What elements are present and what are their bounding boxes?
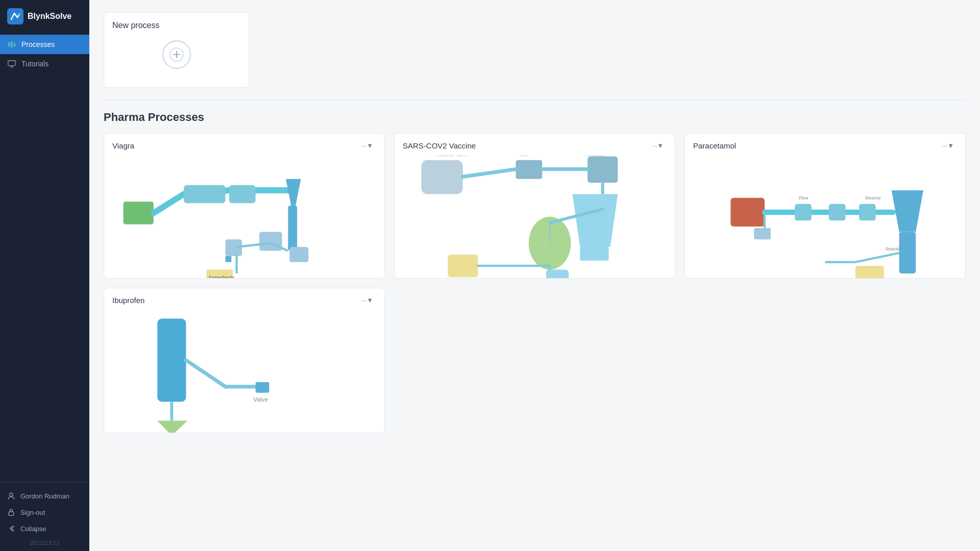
user-icon xyxy=(7,492,15,500)
svg-rect-46 xyxy=(730,198,765,227)
svg-marker-71 xyxy=(157,420,187,433)
card-name-paracetamol: Paracetamol xyxy=(693,141,736,150)
new-process-card: New process xyxy=(104,12,249,88)
svg-rect-51 xyxy=(795,204,812,221)
sidebar-item-processes[interactable]: Processes xyxy=(0,35,89,54)
svg-marker-56 xyxy=(892,190,923,232)
version-label: 2022219.13 xyxy=(7,537,82,546)
card-header-sars: SARS-COV2 Vaccine ···▼ xyxy=(395,134,675,156)
card-name-ibuprofen: Ibuprofen xyxy=(112,296,144,305)
card-header-paracetamol: Paracetamol ···▼ xyxy=(685,134,965,156)
svg-rect-52 xyxy=(829,204,846,221)
user-profile[interactable]: Gordon Rudman xyxy=(7,488,82,504)
svg-text:Ingredients: Ingredients xyxy=(209,275,235,278)
collapse-icon xyxy=(7,524,15,533)
diagram-viagra: Ingredients xyxy=(108,156,380,278)
svg-rect-5 xyxy=(8,61,15,66)
svg-rect-15 xyxy=(229,185,256,204)
plus-icon xyxy=(169,47,184,62)
card-header-viagra: Viagra ···▼ xyxy=(104,134,384,156)
sidebar-bottom: Gordon Rudman Sign-out Collapse 2022219.… xyxy=(0,482,89,551)
svg-rect-14 xyxy=(184,185,225,204)
card-preview-sars: Media Tank Filter Reactor xyxy=(395,156,675,278)
svg-rect-0 xyxy=(7,8,23,24)
svg-text:Reactor: Reactor xyxy=(886,247,901,252)
sidebar-item-tutorials[interactable]: Tutorials xyxy=(0,54,89,73)
svg-point-1 xyxy=(18,13,21,16)
user-name: Gordon Rudman xyxy=(20,492,69,500)
card-preview-viagra: Ingredients xyxy=(104,156,384,278)
svg-rect-36 xyxy=(580,247,608,261)
svg-rect-40 xyxy=(448,255,478,277)
sign-out-button[interactable]: Sign-out xyxy=(7,504,82,520)
add-process-button[interactable] xyxy=(162,40,191,69)
process-grid-bottom: Ibuprofen ···▼ Valve xyxy=(104,288,966,433)
diagram-paracetamol: Flow Reactor Reactor Drug Product xyxy=(689,156,961,278)
svg-rect-19 xyxy=(289,247,308,262)
svg-rect-68 xyxy=(256,382,270,393)
svg-text:Valve: Valve xyxy=(253,396,268,403)
collapse-label: Collapse xyxy=(20,525,46,533)
logo-icon xyxy=(7,8,23,24)
more-menu-viagra[interactable]: ···▼ xyxy=(358,141,376,151)
diagram-sars: Media Tank Filter Reactor xyxy=(399,156,671,278)
sign-out-label: Sign-out xyxy=(20,509,45,516)
svg-text:Flow: Flow xyxy=(799,195,808,201)
svg-marker-35 xyxy=(573,194,618,247)
main-content: New process Pharma Processes Viagra ···▼ xyxy=(89,0,980,551)
collapse-button[interactable]: Collapse xyxy=(7,520,82,537)
svg-rect-61 xyxy=(855,266,884,278)
card-name-viagra: Viagra xyxy=(112,141,134,150)
tutorials-icon xyxy=(7,59,16,68)
svg-rect-64 xyxy=(754,228,771,239)
svg-rect-9 xyxy=(124,202,154,224)
card-header-ibuprofen: Ibuprofen ···▼ xyxy=(104,288,384,310)
lock-icon xyxy=(7,508,15,516)
svg-rect-18 xyxy=(259,232,282,251)
svg-point-37 xyxy=(529,217,571,270)
svg-rect-3 xyxy=(11,41,13,48)
sidebar-nav: Processes Tutorials xyxy=(0,35,89,482)
svg-rect-4 xyxy=(14,43,16,46)
svg-rect-57 xyxy=(899,232,916,273)
svg-rect-7 xyxy=(9,512,14,515)
svg-point-6 xyxy=(10,493,13,496)
svg-text:Media Tank: Media Tank xyxy=(436,156,467,158)
diagram-ibuprofen: Valve xyxy=(108,310,380,433)
card-name-sars: SARS-COV2 Vaccine xyxy=(403,141,476,150)
more-menu-paracetamol[interactable]: ···▼ xyxy=(939,141,957,151)
tutorials-label: Tutorials xyxy=(21,60,48,68)
pharma-section-title: Pharma Processes xyxy=(104,111,966,124)
svg-text:Reactor: Reactor xyxy=(865,195,881,201)
logo: BlynkSolve xyxy=(0,0,89,33)
svg-line-59 xyxy=(855,253,899,262)
svg-rect-2 xyxy=(8,42,10,47)
more-menu-sars[interactable]: ···▼ xyxy=(648,141,667,151)
process-card-viagra[interactable]: Viagra ···▼ xyxy=(104,133,385,279)
process-grid-top: Viagra ···▼ xyxy=(104,133,966,279)
svg-line-66 xyxy=(186,360,225,387)
svg-rect-42 xyxy=(546,270,569,278)
svg-rect-17 xyxy=(288,206,297,251)
svg-line-10 xyxy=(154,194,184,213)
section-divider xyxy=(104,100,966,101)
svg-rect-53 xyxy=(859,204,876,221)
svg-rect-30 xyxy=(421,160,462,194)
app-name: BlynkSolve xyxy=(28,12,71,21)
svg-rect-26 xyxy=(225,256,231,262)
process-card-paracetamol[interactable]: Paracetamol ···▼ Flow xyxy=(684,133,966,279)
svg-text:Filter: Filter xyxy=(516,156,529,158)
svg-rect-65 xyxy=(157,318,186,402)
card-preview-paracetamol: Flow Reactor Reactor Drug Product xyxy=(685,156,965,278)
process-card-ibuprofen[interactable]: Ibuprofen ···▼ Valve xyxy=(104,288,385,433)
svg-line-33 xyxy=(463,169,516,177)
processes-icon xyxy=(7,40,16,49)
process-card-sars[interactable]: SARS-COV2 Vaccine ···▼ Media Tank Filter… xyxy=(394,133,675,279)
new-process-title: New process xyxy=(112,21,240,30)
sidebar: BlynkSolve Processes Tutorials Gordon xyxy=(0,0,89,551)
processes-label: Processes xyxy=(21,40,55,48)
more-menu-ibuprofen[interactable]: ···▼ xyxy=(358,295,376,305)
card-preview-ibuprofen: Valve xyxy=(104,310,384,433)
svg-rect-31 xyxy=(516,160,542,179)
svg-rect-32 xyxy=(587,157,618,183)
